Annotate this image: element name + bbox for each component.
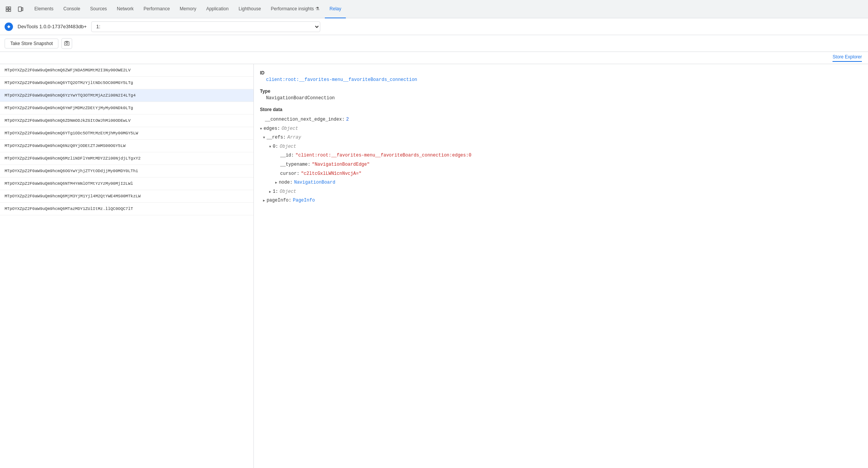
tree-row-connection-index: __connection_next_edge_index: 2	[260, 115, 862, 124]
chevron-down-icon	[263, 134, 266, 142]
tree-row-pageinfo[interactable]: pageInfo: PageInfo	[260, 196, 862, 205]
refs-type: Array	[287, 134, 301, 142]
svg-point-8	[66, 42, 68, 44]
cursor-icon-btn[interactable]	[3, 4, 14, 15]
tree-row-item1[interactable]: 1: Object	[260, 187, 862, 197]
store-list-panel: MTpOYXZpZ2F0aW9uQm9hcmQ6ZWFjNDA5MGMtM2I3…	[0, 64, 254, 468]
take-snapshot-button[interactable]: Take Store Snapshot	[5, 39, 58, 48]
tree-row-node[interactable]: node: NavigationBoard	[260, 178, 862, 187]
list-item[interactable]: MTpOYXZpZ2F0aW9uQm9hcmQ6YmFjMDMzZDEtYjMy…	[0, 102, 253, 115]
chevron-right-icon	[269, 188, 273, 196]
chevron-right-icon	[263, 197, 266, 205]
list-item[interactable]: MTpOYXZpZ2F0aW9uQm9hcmQ6YTQ2OTMzYjltNDc5…	[0, 77, 253, 89]
pageinfo-value: PageInfo	[293, 197, 315, 205]
tab-elements[interactable]: Elements	[30, 0, 58, 18]
id-value: client:root:__favorites-menu__favoriteBo…	[260, 77, 862, 82]
tree-row-refs[interactable]: __refs: Array	[260, 133, 862, 142]
item1-type: Object	[280, 188, 296, 196]
list-item[interactable]: MTpOYXZpZ2F0aW9uQm9hcmQ6NTM4YmNlOTMtYzYz…	[0, 178, 253, 190]
type-value: NavigationBoardConnection	[260, 95, 862, 101]
list-item[interactable]: MTpOYXZpZ2F0aW9uQm9hcmQ6YTg1ODc5OTMtMzEt…	[0, 127, 253, 140]
store-data-section: Store data __connection_next_edge_index:…	[260, 107, 862, 205]
list-item[interactable]: MTpOYXZpZ2F0aW9uQm9hcmQ6MjM3YjM1Yjl4M2Qt…	[0, 190, 253, 203]
store-explorer-label[interactable]: Store Explorer	[833, 54, 862, 62]
tree-row-cursor: cursor: "c2ltcGxlLWN1cnNvcjA="	[260, 169, 862, 179]
list-item[interactable]: MTpOYXZpZ2F0aW9uQm9hcmQ6ZWFjNDA5MGMtM2I3…	[0, 64, 253, 77]
node-value: NavigationBoard	[294, 179, 335, 187]
store-data-label: Store data	[260, 107, 862, 112]
tab-console[interactable]: Console	[59, 0, 85, 18]
tab-performance[interactable]: Performance	[139, 0, 174, 18]
list-item[interactable]: MTpOYXZpZ2F0aW9uQm9hcmQ6MzliNDFlYmMtMDY2…	[0, 152, 253, 165]
main-content: MTpOYXZpZ2F0aW9uQm9hcmQ6ZWFjNDA5MGMtM2I3…	[0, 64, 868, 468]
chevron-down-icon	[269, 143, 273, 151]
tab-performance-insights[interactable]: Performance insights ⚗	[266, 0, 324, 18]
chevron-down-icon	[260, 125, 263, 133]
top-nav-bar: Elements Console Sources Network Perform…	[0, 0, 868, 18]
tree-row-item0[interactable]: 0: Object	[260, 142, 862, 152]
svg-rect-1	[6, 10, 8, 11]
svg-rect-0	[6, 7, 8, 9]
store-detail-panel: ID client:root:__favorites-menu__favorit…	[254, 64, 868, 468]
devtools-toolbar: DevTools 1.0.0-1737e3f483db+ 1:	[0, 18, 868, 35]
nav-icon-group	[3, 4, 26, 15]
typename-value: "NavigationBoardEdge"	[312, 161, 369, 169]
tab-memory[interactable]: Memory	[175, 0, 201, 18]
store-explorer-bar: Store Explorer	[0, 52, 868, 64]
tab-sources[interactable]: Sources	[86, 0, 111, 18]
list-item[interactable]: MTpOYXZpZ2F0aW9uQm9hcmQ6ZDNmODJkZGItOWJh…	[0, 115, 253, 127]
tab-lighthouse[interactable]: Lighthouse	[234, 0, 266, 18]
item0-type: Object	[280, 143, 296, 151]
devtools-title: DevTools 1.0.0-1737e3f483db+	[18, 24, 87, 29]
tree-row-typename: __typename: "NavigationBoardEdge"	[260, 160, 862, 169]
store-select[interactable]: 1:	[91, 21, 320, 32]
tab-relay[interactable]: Relay	[325, 0, 346, 18]
id-str-value: "client:root:__favorites-menu__favoriteB…	[295, 152, 471, 160]
list-item[interactable]: MTpOYXZpZ2F0aW9uQm9hcmQ6MTazMDY1ZUlItMz.…	[0, 203, 253, 215]
store-tree: __connection_next_edge_index: 2 edges: O…	[260, 115, 862, 205]
type-label: Type	[260, 89, 862, 94]
list-item[interactable]: MTpOYXZpZ2F0aW9uQm9hcmQ6OGYwYjhjZTYtODdj…	[0, 165, 253, 178]
tree-row-id: __id: "client:root:__favorites-menu__fav…	[260, 151, 862, 160]
svg-rect-5	[22, 8, 23, 11]
tab-network[interactable]: Network	[112, 0, 138, 18]
id-label: ID	[260, 70, 862, 76]
edges-type: Object	[282, 125, 298, 133]
snapshot-icon-button[interactable]	[61, 38, 72, 49]
svg-rect-3	[9, 10, 11, 11]
tab-application[interactable]: Application	[202, 0, 233, 18]
svg-rect-4	[18, 7, 21, 11]
device-icon-btn[interactable]	[15, 4, 26, 15]
cursor-value: "c2ltcGxlLWN1cnNvcjA="	[301, 170, 361, 178]
devtools-logo-icon	[5, 23, 13, 31]
performance-insights-icon: ⚗	[315, 6, 319, 11]
connection-index-value: 2	[346, 116, 349, 124]
list-item[interactable]: MTpOYXZpZ2F0aW9uQm9hcmQ6NzQ0YjODEtZTJmMS…	[0, 140, 253, 152]
svg-rect-2	[9, 7, 11, 9]
chevron-right-icon	[275, 179, 279, 187]
type-section: Type NavigationBoardConnection	[260, 89, 862, 101]
action-bar: Take Store Snapshot	[0, 35, 868, 52]
tree-row-edges[interactable]: edges: Object	[260, 124, 862, 134]
id-section: ID client:root:__favorites-menu__favorit…	[260, 70, 862, 82]
list-item[interactable]: MTpOYXZpZ2F0aW9uQm9hcmQ6YzYwYTQ3OTMtMjAz…	[0, 89, 253, 102]
